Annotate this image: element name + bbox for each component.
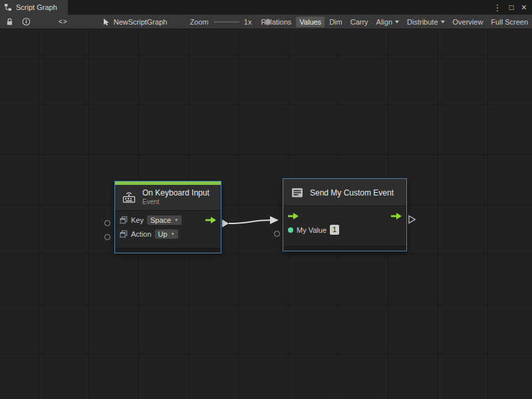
- graph-canvas[interactable]: On Keyboard Input Event Key Space ▼: [0, 29, 532, 399]
- values-button[interactable]: Values: [296, 17, 325, 27]
- flow-output-port[interactable]: [391, 213, 402, 219]
- overview-button[interactable]: Overview: [450, 17, 487, 27]
- graph-toolbar: <> NewScriptGraph Zoom 1x Relations Valu…: [0, 15, 532, 29]
- connection-wire[interactable]: [229, 220, 271, 223]
- node-header[interactable]: On Keyboard Input Event: [115, 185, 221, 211]
- input-port-circle-my-value[interactable]: [274, 231, 280, 237]
- info-icon[interactable]: [22, 17, 31, 26]
- graph-asset-name: NewScriptGraph: [114, 18, 168, 26]
- my-value-port-row: My Value 1: [283, 223, 406, 237]
- flow-input-port[interactable]: [288, 213, 299, 219]
- key-port-label: Key: [131, 216, 144, 224]
- distribute-button[interactable]: Distribute: [404, 17, 448, 27]
- flow-port-row: [283, 209, 406, 223]
- maximize-icon[interactable]: □: [509, 3, 514, 11]
- flow-output-port[interactable]: [205, 217, 216, 223]
- action-port-label: Action: [131, 230, 152, 238]
- key-port-row: Key Space ▼: [115, 213, 221, 227]
- graph-asset-icon: [102, 18, 110, 26]
- align-button[interactable]: Align: [373, 17, 402, 27]
- node-send-my-custom-event[interactable]: Send My Custom Event My: [283, 178, 407, 251]
- my-value-label: My Value: [297, 226, 327, 234]
- close-icon[interactable]: ×: [521, 3, 527, 12]
- key-dropdown[interactable]: Space ▼: [147, 215, 182, 225]
- dim-button[interactable]: Dim: [326, 17, 346, 27]
- wire-start-arrow: [222, 219, 229, 227]
- node-on-keyboard-input[interactable]: On Keyboard Input Event Key Space ▼: [114, 181, 221, 253]
- script-graph-window: Script Graph ⋮ □ × <>: [0, 0, 532, 399]
- chevron-down-icon: ▼: [171, 232, 175, 236]
- chevron-down-icon: [395, 21, 399, 23]
- tab-script-graph[interactable]: Script Graph: [0, 0, 68, 15]
- carry-button[interactable]: Carry: [347, 17, 372, 27]
- action-dropdown[interactable]: Up ▼: [155, 229, 178, 239]
- node-header[interactable]: Send My Custom Event: [283, 179, 406, 206]
- tab-title: Script Graph: [16, 3, 57, 11]
- input-port-circle-action[interactable]: [104, 234, 110, 240]
- zoom-slider-handle[interactable]: [265, 19, 271, 25]
- zoom-label: Zoom: [190, 18, 208, 26]
- node-titles: On Keyboard Input Event: [142, 188, 209, 207]
- unconnected-output-triangle: [409, 216, 415, 223]
- inline-value-icon: [120, 230, 128, 238]
- script-graph-icon: [4, 3, 12, 11]
- wire-end-arrowhead: [270, 216, 279, 224]
- node-footer: [283, 246, 406, 251]
- zoom-value: 1x: [244, 18, 252, 26]
- node-subtitle: Event: [142, 198, 209, 207]
- action-port-row: Action Up ▼: [115, 227, 221, 241]
- zoom-slider[interactable]: [214, 18, 239, 26]
- my-value-input[interactable]: 1: [330, 225, 339, 235]
- wires-layer: [0, 29, 532, 399]
- fullscreen-button[interactable]: Full Screen: [487, 17, 531, 27]
- lock-icon[interactable]: [5, 17, 14, 26]
- relations-button[interactable]: Relations: [257, 17, 295, 27]
- chevron-down-icon: [441, 21, 445, 23]
- node-footer: [115, 248, 221, 253]
- tab-bar: Script Graph ⋮ □ ×: [0, 0, 532, 15]
- node-title: On Keyboard Input: [142, 188, 209, 198]
- window-controls: ⋮ □ ×: [493, 0, 532, 15]
- node-title: Send My Custom Event: [310, 188, 394, 198]
- custom-event-icon: [290, 187, 305, 199]
- zoom-slider-track: [214, 21, 239, 23]
- code-icon[interactable]: <>: [59, 18, 68, 25]
- value-port-dot[interactable]: [288, 227, 293, 233]
- chevron-down-icon: ▼: [174, 218, 178, 222]
- menu-icon[interactable]: ⋮: [493, 3, 502, 12]
- input-port-circle-key[interactable]: [104, 220, 110, 226]
- keyboard-icon: [121, 191, 137, 203]
- inline-value-icon: [120, 216, 128, 224]
- graph-asset-button[interactable]: NewScriptGraph: [102, 18, 168, 26]
